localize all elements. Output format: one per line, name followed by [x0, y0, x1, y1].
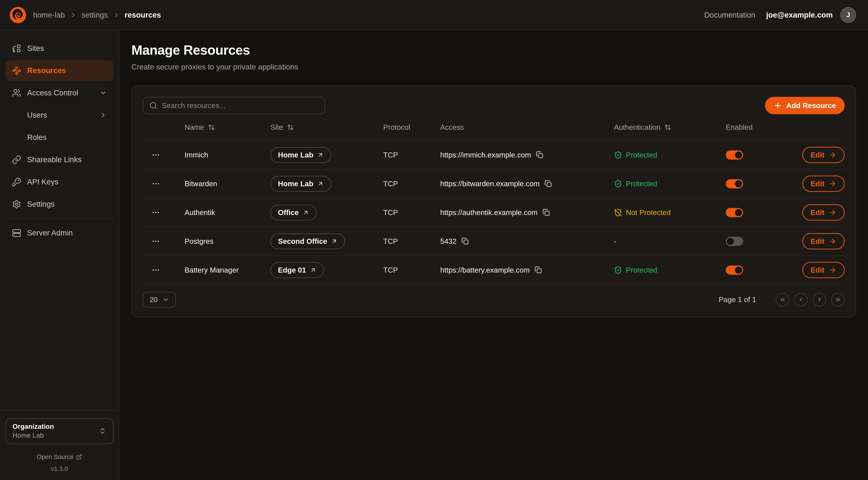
resource-protocol: TCP [383, 180, 440, 188]
arrow-right-icon [829, 237, 836, 245]
documentation-link[interactable]: Documentation [704, 11, 755, 19]
enabled-toggle[interactable] [726, 266, 743, 275]
copy-icon[interactable] [534, 266, 542, 274]
sidebar-item-settings[interactable]: Settings [5, 194, 114, 214]
table-body: Immich Home Lab TCP https://immich.examp… [143, 141, 845, 285]
enabled-toggle[interactable] [726, 237, 743, 246]
site-link-button[interactable]: Home Lab [270, 176, 331, 192]
resource-name: Immich [185, 151, 270, 159]
edit-label: Edit [811, 266, 825, 274]
resource-name: Battery Manager [185, 266, 270, 274]
pangolin-logo-icon[interactable] [9, 6, 27, 24]
first-page-button[interactable] [776, 293, 789, 306]
table-row: Bitwarden Home Lab TCP https://bitwarden… [143, 170, 845, 199]
page-size-value: 20 [150, 296, 157, 304]
row-menu-button[interactable] [150, 150, 161, 160]
site-link-button[interactable]: Home Lab [270, 147, 331, 163]
resource-access: https://battery.example.com [440, 266, 530, 274]
page-size-select[interactable]: 20 [143, 292, 176, 307]
chevrons-up-down-icon [99, 427, 106, 435]
avatar[interactable]: J [840, 7, 856, 23]
chevron-right-icon [99, 111, 107, 119]
site-link-button[interactable]: Edge 01 [270, 262, 324, 278]
authentication-label: Protected [626, 266, 657, 274]
breadcrumb-resources: resources [125, 11, 161, 19]
arrow-right-icon [829, 209, 836, 216]
sidebar-item-server-admin[interactable]: Server Admin [5, 222, 114, 243]
enabled-toggle[interactable] [726, 208, 743, 217]
sidebar-footer: Organization Home Lab Open Source v1.3.0 [0, 410, 119, 480]
authentication-label: Protected [626, 180, 657, 188]
breadcrumb-settings[interactable]: settings [82, 11, 108, 19]
authentication-label: Not Protected [626, 208, 671, 217]
copy-icon[interactable] [545, 180, 552, 187]
column-header-site[interactable]: Site [270, 123, 383, 131]
sidebar-item-label: Resources [27, 66, 66, 75]
last-page-button[interactable] [831, 293, 845, 306]
page-title: Manage Resources [131, 42, 856, 58]
resource-name: Bitwarden [185, 180, 270, 188]
copy-icon[interactable] [536, 151, 544, 159]
edit-label: Edit [811, 180, 825, 188]
shield-check-icon [614, 180, 622, 188]
sidebar-item-resources[interactable]: Resources [5, 60, 114, 81]
sort-icon [287, 124, 294, 131]
authentication-label: - [614, 237, 617, 246]
edit-button[interactable]: Edit [802, 147, 845, 163]
column-header-access: Access [440, 123, 614, 131]
enabled-toggle[interactable] [726, 150, 743, 160]
enabled-toggle[interactable] [726, 179, 743, 188]
gear-icon [12, 200, 21, 209]
chevron-down-icon [99, 89, 107, 97]
arrow-up-right-icon [303, 209, 309, 216]
site-link-button[interactable]: Second Office [270, 234, 345, 249]
table-header: Name Site Protocol Access Authentication… [143, 114, 845, 141]
sidebar-item-roles[interactable]: Roles [5, 127, 114, 148]
arrow-right-icon [829, 266, 836, 274]
sidebar-item-users[interactable]: Users [5, 105, 114, 125]
sidebar-item-sites[interactable]: Sites [5, 38, 114, 59]
row-menu-button[interactable] [150, 236, 161, 247]
external-link-icon [76, 454, 82, 460]
edit-button[interactable]: Edit [802, 233, 845, 249]
resource-name: Authentik [185, 208, 270, 217]
add-resource-button[interactable]: Add Resource [765, 97, 845, 114]
sort-icon [664, 124, 671, 131]
sidebar-item-label: Access Control [27, 89, 78, 97]
edit-label: Edit [811, 151, 825, 159]
breadcrumb-org[interactable]: home-lab [33, 11, 65, 19]
next-page-button[interactable] [813, 293, 826, 306]
column-header-name[interactable]: Name [185, 123, 270, 131]
previous-page-button[interactable] [794, 293, 808, 306]
open-source-link[interactable]: Open Source [5, 453, 114, 460]
key-icon [12, 177, 21, 187]
resource-protocol: TCP [383, 151, 440, 159]
arrow-up-right-icon [317, 152, 324, 158]
edit-button[interactable]: Edit [802, 176, 845, 192]
sidebar-item-label: Sites [27, 44, 44, 53]
resources-icon [12, 66, 21, 75]
row-menu-button[interactable] [150, 178, 161, 189]
site-link-button[interactable]: Office [270, 205, 317, 220]
authentication-status: Protected [614, 151, 726, 159]
edit-button[interactable]: Edit [802, 262, 845, 278]
edit-button[interactable]: Edit [802, 204, 845, 221]
chevron-right-icon [113, 11, 120, 19]
authentication-label: Protected [626, 151, 657, 159]
organization-selector[interactable]: Organization Home Lab [5, 418, 114, 444]
sidebar-item-access-control[interactable]: Access Control [5, 83, 114, 103]
copy-icon[interactable] [542, 209, 550, 216]
authentication-status: - [614, 237, 726, 246]
row-menu-button[interactable] [150, 265, 161, 275]
column-header-authentication[interactable]: Authentication [614, 123, 726, 131]
sites-icon [12, 44, 21, 53]
row-menu-button[interactable] [150, 207, 161, 218]
sidebar-item-shareable-links[interactable]: Shareable Links [5, 149, 114, 170]
sidebar-item-label: Server Admin [27, 229, 73, 237]
pagination: 20 Page 1 of 1 [143, 292, 845, 307]
search-input[interactable] [162, 101, 319, 110]
copy-icon[interactable] [461, 237, 469, 245]
sidebar-item-api-keys[interactable]: API Keys [5, 172, 114, 192]
edit-label: Edit [811, 208, 825, 217]
user-email[interactable]: joe@example.com [766, 11, 833, 19]
